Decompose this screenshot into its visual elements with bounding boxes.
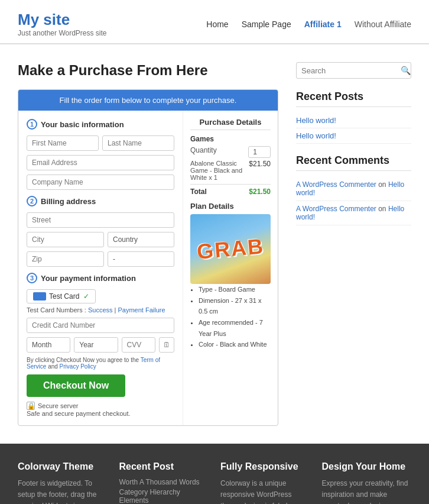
comment-on-1: on [378, 205, 386, 213]
credit-card-input[interactable] [27, 318, 174, 333]
footer-col-1-title: Recent Post [119, 461, 209, 472]
footer-col-0-title: Colorway Theme [18, 461, 108, 472]
country-select[interactable]: Country [108, 232, 174, 247]
footer-col-3-text: Express your creativity, find inspiratio… [322, 478, 412, 504]
footer-col-3: Design Your Home Express your creativity… [322, 461, 412, 504]
plan-specs-list: Type - Board Game Dimension - 27 x 31 x … [190, 284, 271, 350]
comment-1: A WordPress Commenter on Hello world! [296, 201, 411, 225]
total-row: Total $21.50 [190, 184, 271, 196]
footer-col-1-link-0[interactable]: Worth A Thousand Words [119, 478, 209, 486]
test-card-success-link[interactable]: Success [88, 306, 113, 314]
quantity-label: Quantity [190, 146, 217, 158]
checkout-right-panel: Purchase Details Games Quantity Abalone … [183, 111, 278, 425]
checkout-body: 1 Your basic information [18, 111, 278, 425]
spec-color: Color - Black and White [199, 339, 271, 350]
recent-posts-title: Recent Posts [296, 91, 411, 107]
commenter-0[interactable]: A WordPress Commenter [296, 180, 376, 189]
site-tagline: Just another WordPress site [18, 29, 107, 37]
step1-circle: 1 [27, 119, 37, 130]
section1-text: Your basic information [41, 120, 124, 129]
games-section-label: Games [190, 135, 271, 143]
secure-subtext: Safe and secure payment checkout. [27, 410, 174, 417]
comment-0: A WordPress Commenter on Hello world! [296, 177, 411, 201]
cvv-input[interactable] [122, 337, 155, 353]
agree-text: By clicking Checkout Now you agree to th… [27, 357, 174, 370]
test-card-links: Test Card Numbers : Success | Payment Fa… [27, 306, 174, 314]
total-label: Total [190, 188, 207, 196]
footer-col-1-link-1[interactable]: Category Hierarchy Elements [119, 488, 209, 504]
footer-col-2: Fully Responsive Colorway is a unique re… [220, 461, 310, 504]
privacy-link[interactable]: Privacy Policy [60, 363, 96, 370]
item-price: $21.50 [249, 160, 271, 181]
checkout-header: Fill the order form below to complete yo… [18, 90, 278, 111]
search-icon[interactable]: 🔍 [401, 66, 411, 75]
purchase-details-title: Purchase Details [190, 118, 271, 130]
section2-label: 2 Billing address [27, 196, 174, 206]
grab-logo: GRAB [196, 234, 265, 264]
test-card-label: Test Card [49, 292, 79, 301]
site-title: My site [18, 11, 107, 29]
spec-age: Age recommended - 7 Year Plus [199, 317, 271, 339]
secure-label: Secure server [38, 402, 78, 409]
card-icon [33, 292, 46, 301]
checkout-button[interactable]: Checkout Now [27, 374, 125, 397]
content-area: Make a Purchase From Here Fill the order… [18, 62, 278, 426]
payment-section: 3 Your payment information Test Card ✓ T… [27, 273, 174, 417]
nav-without-affiliate[interactable]: Without Affiliate [355, 20, 411, 29]
recent-comments-section: Recent Comments A WordPress Commenter on… [296, 154, 411, 225]
recent-post-0[interactable]: Hello world! [296, 113, 411, 128]
month-select[interactable]: Month [27, 337, 70, 353]
total-price: $21.50 [249, 188, 271, 196]
search-box: 🔍 [296, 62, 411, 79]
test-card-failure-link[interactable]: Payment Failure [118, 306, 165, 314]
recent-posts-section: Recent Posts Hello world! Hello world! [296, 91, 411, 144]
footer-col-2-text: Colorway is a unique responsive WordPres… [220, 478, 310, 504]
nav-sample-page[interactable]: Sample Page [242, 20, 291, 29]
sidebar: 🔍 Recent Posts Hello world! Hello world!… [296, 62, 411, 426]
step2-circle: 2 [27, 196, 37, 206]
last-name-input[interactable] [102, 135, 174, 151]
test-card-numbers-label: Test Card Numbers : [27, 306, 86, 314]
footer-grid: Colorway Theme Footer is widgetized. To … [18, 461, 411, 504]
item-name: Abalone Classic Game - Black and White x… [190, 160, 249, 181]
commenter-1[interactable]: A WordPress Commenter [296, 205, 376, 213]
agree-prefix: By clicking Checkout Now you agree to th… [27, 357, 139, 363]
year-select[interactable]: Year [74, 337, 118, 353]
quantity-input[interactable] [248, 146, 271, 158]
checkout-left-panel: 1 Your basic information [18, 111, 183, 425]
footer-col-2-title: Fully Responsive [220, 461, 310, 472]
main-nav: Home Sample Page Affiliate 1 Without Aff… [206, 20, 411, 29]
footer-col-0-text: Footer is widgetized. To setup the foote… [18, 478, 108, 504]
header: My site Just another WordPress site Home… [0, 0, 429, 44]
nav-home[interactable]: Home [206, 20, 228, 29]
footer: Colorway Theme Footer is widgetized. To … [0, 444, 429, 504]
main-content: Make a Purchase From Here Fill the order… [0, 44, 429, 444]
section3-text: Your payment information [41, 274, 136, 283]
company-input[interactable] [27, 175, 174, 190]
step3-circle: 3 [27, 273, 37, 283]
city-input[interactable] [27, 232, 104, 247]
email-input[interactable] [27, 155, 174, 170]
footer-col-0: Colorway Theme Footer is widgetized. To … [18, 461, 108, 504]
recent-post-1[interactable]: Hello world! [296, 128, 411, 144]
lock-icon: 🔒 [27, 402, 35, 410]
comment-on-0: on [378, 180, 386, 189]
page-title: Make a Purchase From Here [18, 62, 278, 79]
item-row: Abalone Classic Game - Black and White x… [190, 160, 271, 181]
first-name-input[interactable] [27, 135, 99, 151]
search-input[interactable] [301, 66, 401, 75]
plan-details-title: Plan Details [190, 202, 271, 211]
section3-label: 3 Your payment information [27, 273, 174, 283]
section1-label: 1 Your basic information [27, 119, 174, 130]
recent-comments-title: Recent Comments [296, 154, 411, 171]
zip-input[interactable] [27, 251, 104, 267]
street-input[interactable] [27, 212, 174, 228]
nav-affiliate1[interactable]: Affiliate 1 [304, 20, 342, 29]
footer-col-1: Recent Post Worth A Thousand Words Categ… [119, 461, 209, 504]
test-card-button[interactable]: Test Card ✓ [27, 289, 96, 303]
quantity-row: Quantity [190, 146, 271, 158]
state-select[interactable]: - [108, 251, 174, 267]
spec-type: Type - Board Game [199, 284, 271, 295]
product-image: GRAB [190, 214, 271, 284]
footer-col-3-title: Design Your Home [322, 461, 412, 472]
